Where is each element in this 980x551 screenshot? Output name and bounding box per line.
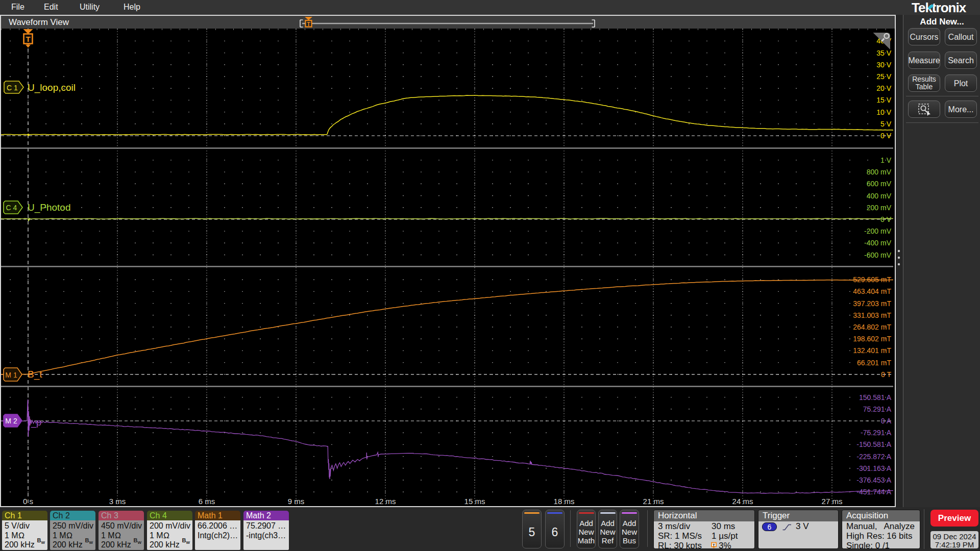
svg-text:15 V: 15 V	[876, 96, 891, 104]
svg-text:5 V: 5 V	[880, 120, 892, 128]
svg-text:0 s: 0 s	[23, 497, 33, 506]
svg-text:800 mV: 800 mV	[867, 168, 892, 176]
svg-text:3 ms: 3 ms	[109, 497, 126, 506]
svg-text:C 1: C 1	[7, 84, 18, 92]
svg-text:35 V: 35 V	[876, 49, 891, 57]
svg-text:0 T: 0 T	[881, 370, 891, 379]
svg-text:I_p: I_p	[29, 417, 41, 428]
svg-text:B_t: B_t	[28, 369, 42, 380]
svg-text:24 ms: 24 ms	[732, 497, 753, 506]
svg-text:T: T	[26, 35, 30, 43]
svg-text:-376.453 A: -376.453 A	[856, 476, 891, 484]
svg-text:21 ms: 21 ms	[643, 497, 664, 506]
svg-text:-301.163 A: -301.163 A	[856, 464, 891, 472]
svg-text:150.581 A: 150.581 A	[859, 393, 892, 402]
svg-text:1 V: 1 V	[880, 156, 892, 164]
svg-text:-200 mV: -200 mV	[864, 227, 892, 235]
svg-text:9 ms: 9 ms	[288, 497, 305, 506]
svg-text:6 ms: 6 ms	[199, 497, 215, 506]
svg-text:27 ms: 27 ms	[822, 497, 843, 506]
svg-text:-150.581 A: -150.581 A	[856, 440, 891, 448]
svg-text:132.401 mT: 132.401 mT	[853, 346, 891, 355]
svg-text:15 ms: 15 ms	[464, 497, 485, 506]
svg-text:12 ms: 12 ms	[375, 497, 396, 506]
svg-text:C 4: C 4	[6, 204, 17, 212]
svg-text:200 mV: 200 mV	[867, 204, 892, 212]
svg-text:T: T	[307, 21, 310, 27]
svg-text:20 V: 20 V	[876, 84, 891, 92]
svg-text:0 V: 0 V	[880, 132, 892, 140]
svg-text:-451.744 A: -451.744 A	[856, 488, 891, 496]
svg-text:75.291 A: 75.291 A	[863, 405, 892, 413]
svg-text:10 V: 10 V	[876, 108, 891, 116]
svg-text:529.605 mT: 529.605 mT	[853, 276, 891, 284]
svg-text:397.203 mT: 397.203 mT	[853, 299, 891, 308]
svg-text:18 ms: 18 ms	[554, 497, 575, 506]
svg-text:0 V: 0 V	[880, 215, 892, 223]
svg-text:30 V: 30 V	[876, 61, 891, 69]
svg-text:0 A: 0 A	[881, 417, 892, 425]
svg-text:400 mV: 400 mV	[867, 192, 892, 200]
svg-text:600 mV: 600 mV	[867, 180, 892, 188]
svg-text:463.404 mT: 463.404 mT	[853, 287, 891, 295]
svg-text:M 1: M 1	[5, 371, 17, 379]
svg-text:-400 mV: -400 mV	[864, 239, 892, 247]
svg-text:U_Photod: U_Photod	[28, 202, 71, 213]
svg-text:264.802 mT: 264.802 mT	[853, 323, 891, 331]
svg-text:-225.872 A: -225.872 A	[856, 453, 891, 461]
svg-text:331.003 mT: 331.003 mT	[853, 311, 891, 319]
svg-text:198.602 mT: 198.602 mT	[853, 335, 891, 343]
svg-text:25 V: 25 V	[876, 72, 891, 81]
svg-text:M 2: M 2	[5, 417, 17, 425]
svg-text:-600 mV: -600 mV	[864, 251, 892, 259]
svg-text:66.201 mT: 66.201 mT	[857, 359, 891, 367]
svg-text:T: T	[713, 543, 715, 547]
svg-text:-75.291 A: -75.291 A	[861, 429, 892, 437]
svg-text:U_loop,coil: U_loop,coil	[28, 82, 76, 93]
